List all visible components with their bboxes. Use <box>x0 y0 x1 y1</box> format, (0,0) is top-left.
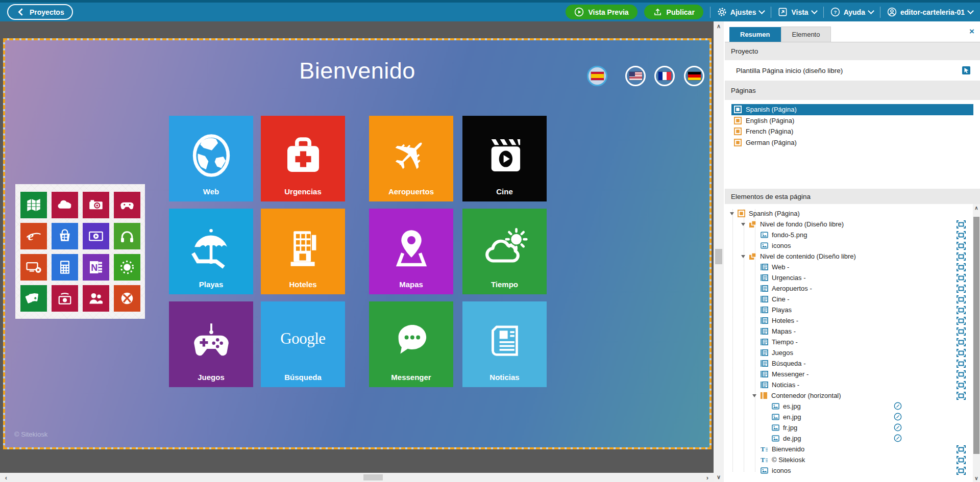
tree-item-tiempo[interactable]: Tiempo - <box>725 337 973 347</box>
frame-icon[interactable] <box>957 360 966 368</box>
frame-icon[interactable] <box>957 242 966 250</box>
project-row[interactable]: Plantilla Página inicio (diseño libre) <box>725 60 980 81</box>
edit-icon[interactable] <box>893 434 902 442</box>
frame-icon[interactable] <box>957 370 966 378</box>
tree-item-fr-jpg[interactable]: fr.jpg <box>725 422 973 433</box>
frame-icon[interactable] <box>957 317 966 325</box>
tree-item-playas[interactable]: Playas <box>725 305 973 315</box>
publish-button[interactable]: Publicar <box>644 5 703 19</box>
copyright-text[interactable]: © Sitekiosk <box>14 430 47 438</box>
frame-icon[interactable] <box>957 381 966 389</box>
select-cursor-icon[interactable] <box>962 66 971 74</box>
scrollbar-thumb[interactable] <box>973 217 979 454</box>
language-button-spain[interactable] <box>587 66 607 86</box>
tile-tiempo[interactable]: Tiempo <box>462 209 547 294</box>
scroll-right-arrow[interactable]: › <box>704 474 710 481</box>
tree-item-mapas[interactable]: Mapas - <box>725 326 973 337</box>
expander-icon[interactable] <box>752 394 756 397</box>
page-item-french-pa-gina[interactable]: French (Página) <box>731 126 973 137</box>
edit-icon[interactable] <box>893 402 902 410</box>
frame-icon[interactable] <box>957 295 966 303</box>
tree-item-contenedor-horizontal[interactable]: Contenedor (horizontal) <box>725 390 973 401</box>
tree-item-nivel-de-fondo-disen-o-libre[interactable]: Nivel de fondo (Diseño libre) <box>725 219 973 230</box>
scroll-up-arrow[interactable]: ∧ <box>714 23 724 30</box>
tile-cine[interactable]: Cine <box>462 116 547 201</box>
edit-icon[interactable] <box>893 423 902 432</box>
tile-urgencias[interactable]: Urgencias <box>261 116 345 201</box>
frame-icon[interactable] <box>957 306 966 314</box>
tree-item-juegos[interactable]: Juegos <box>725 347 973 358</box>
tile-playas[interactable]: Playas <box>169 209 253 294</box>
tree-item-iconos[interactable]: iconos <box>725 465 973 476</box>
language-button-usa[interactable] <box>625 66 646 86</box>
page-item-spanish-pa-gina[interactable]: Spanish (Página) <box>731 104 973 115</box>
scroll-up-arrow[interactable]: ∧ <box>973 205 980 211</box>
help-menu[interactable]: ? Ayuda <box>830 7 873 17</box>
frame-icon[interactable] <box>957 220 966 229</box>
tree-item-de-jpg[interactable]: de.jpg <box>725 433 973 444</box>
tree-item-fondo-5-png[interactable]: fondo-5.png <box>725 230 973 240</box>
tree-item-hoteles[interactable]: Hoteles - <box>725 315 973 326</box>
close-icon[interactable]: × <box>969 27 974 36</box>
tile-noticias[interactable]: Noticias <box>462 301 547 387</box>
expander-icon[interactable] <box>730 212 734 215</box>
frame-icon[interactable] <box>957 285 966 293</box>
frame-icon[interactable] <box>957 338 966 346</box>
tree-item-noticias[interactable]: Noticias - <box>725 379 973 390</box>
language-button-france[interactable] <box>654 66 675 86</box>
edit-icon[interactable] <box>893 413 902 421</box>
scroll-left-arrow[interactable]: ‹ <box>3 474 9 481</box>
canvas-vertical-scrollbar[interactable]: ∧ ∨ <box>714 21 724 482</box>
frame-icon[interactable] <box>957 467 966 475</box>
tree-item-web[interactable]: Web - <box>725 262 973 272</box>
tree-item-urgencias[interactable]: Urgencias - <box>725 272 973 283</box>
tile-bu-squeda[interactable]: GoogleBúsqueda <box>261 301 345 387</box>
tile-aeropuertos[interactable]: ✈Aeropuertos <box>369 116 453 201</box>
frame-icon[interactable] <box>957 445 966 453</box>
app-icon-panel[interactable]: eN♠ <box>15 184 145 319</box>
tree-scrollbar[interactable]: ∧ ∨ <box>973 204 980 482</box>
tree-item-es-jpg[interactable]: es.jpg <box>725 401 973 412</box>
expander-icon[interactable] <box>741 223 745 226</box>
frame-icon[interactable] <box>957 392 966 400</box>
user-menu[interactable]: editor-carteleria-01 <box>887 7 973 17</box>
frame-icon[interactable] <box>957 252 966 261</box>
projects-back-button[interactable]: Proyectos <box>7 4 73 20</box>
tree-item-nivel-de-contenido-disen-o-libre[interactable]: Nivel de contenido (Diseño libre) <box>725 251 973 262</box>
tile-juegos[interactable]: Juegos <box>169 301 253 387</box>
tree-item-bienvenido[interactable]: TBienvenido <box>725 444 973 454</box>
frame-icon[interactable] <box>957 274 966 282</box>
tree-item-cine[interactable]: Cine - <box>725 294 973 305</box>
tile-web[interactable]: Web <box>169 116 253 201</box>
language-button-germany[interactable] <box>684 66 704 86</box>
settings-menu[interactable]: Ajustes <box>717 7 765 17</box>
scrollbar-thumb[interactable] <box>363 474 383 480</box>
tile-messenger[interactable]: Messenger <box>369 301 453 387</box>
tree-item-sitekiosk[interactable]: T© Sitekiosk <box>725 454 973 465</box>
frame-icon[interactable] <box>957 327 966 336</box>
frame-icon[interactable] <box>957 231 966 239</box>
page-item-english-pa-gina[interactable]: English (Página) <box>731 115 973 126</box>
tab-elemento[interactable]: Elemento <box>781 27 831 42</box>
frame-icon[interactable] <box>957 263 966 271</box>
expander-icon[interactable] <box>741 255 745 258</box>
tile-mapas[interactable]: Mapas <box>369 209 453 294</box>
frame-icon[interactable] <box>957 349 966 357</box>
canvas-horizontal-scrollbar[interactable]: ‹ › <box>0 473 714 482</box>
scroll-down-arrow[interactable]: ∨ <box>714 474 724 480</box>
scroll-down-arrow[interactable]: ∨ <box>973 475 980 481</box>
preview-button[interactable]: Vista Previa <box>566 5 637 19</box>
tree-item-spanish-pa-gina[interactable]: Spanish (Página) <box>725 208 973 219</box>
page-selection-frame[interactable]: Bienvenido WebUrgencias✈AeropuertosCineP… <box>3 38 712 449</box>
tile-hoteles[interactable]: Hoteles <box>261 209 345 294</box>
frame-icon[interactable] <box>957 456 966 464</box>
tree-item-aeropuertos[interactable]: Aeropuertos - <box>725 283 973 294</box>
tab-resumen[interactable]: Resumen <box>729 27 781 42</box>
tree-item-bu-squeda[interactable]: Búsqueda - <box>725 358 973 369</box>
scrollbar-thumb[interactable] <box>715 249 722 264</box>
tree-item-en-jpg[interactable]: en.jpg <box>725 412 973 422</box>
view-menu[interactable]: Vista <box>778 7 816 17</box>
tree-item-iconos[interactable]: iconos <box>725 240 973 251</box>
tree-item-messenger[interactable]: Messenger - <box>725 369 973 379</box>
page-item-german-pa-gina[interactable]: German (Página) <box>731 137 973 148</box>
